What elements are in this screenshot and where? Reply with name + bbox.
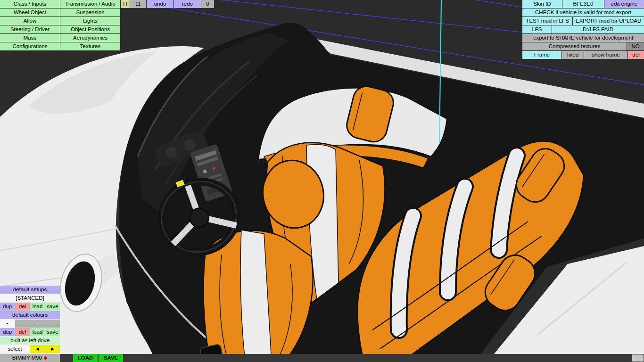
setup-del-button[interactable]: del [15,303,30,311]
export-mod-button[interactable]: EXPORT mod for UPLOAD [573,17,644,25]
mod-export-panel: Skin ID BFE3E0 edit engine CHECK if vehi… [522,0,644,59]
compressed-textures-value[interactable]: NO [627,42,644,50]
h-toggle-button[interactable]: H [121,0,130,8]
edit-engine-button[interactable]: edit engine [604,0,644,8]
menu-class-inputs[interactable]: Class / Inputs [0,0,60,8]
menu-object-positions[interactable]: Object Positions [60,25,120,33]
menu-textures[interactable]: Textures [60,42,120,50]
select-button[interactable]: select [0,345,30,353]
colour-save-button[interactable]: save [45,328,60,336]
prev-arrow-button[interactable]: ◄ [30,345,45,353]
setup-load-button[interactable]: load [30,303,45,311]
lfs-path-value[interactable]: D:/LFS PAID [552,25,644,33]
setups-colours-panel: default setups [STANCED] dup del load sa… [0,286,60,353]
menu-suspension[interactable]: Suspension [60,8,120,16]
history-toolbar: H 11 undo redo 0 [121,0,214,8]
test-mod-button[interactable]: TEST mod in LFS [522,17,572,25]
show-frame-toggle[interactable]: show frame [584,51,627,59]
setup-dup-button[interactable]: dup [0,303,15,311]
colour-dup-button[interactable]: dup [0,328,15,336]
redo-button[interactable]: redo [174,0,201,8]
vehicle-name-button[interactable]: BIMMY M90✱ [0,354,60,362]
vehicle-name-label: BIMMY M90 [12,354,42,362]
menu-lights[interactable]: Lights [60,17,120,25]
skin-id-value[interactable]: BFE3E0 [562,0,604,8]
share-export-button[interactable]: export to SHARE vehicle for development [522,34,644,42]
menu-column-1: Class / Inputs Wheel Object Allow Steeri… [0,0,60,50]
load-vehicle-button[interactable]: LOAD [73,354,98,362]
next-arrow-button[interactable]: ► [45,345,60,353]
frame-button[interactable]: Frame [522,51,561,59]
history-count[interactable]: 11 [130,0,146,8]
colour-name-value[interactable]: - [15,320,60,328]
menu-allow[interactable]: Allow [0,17,60,25]
undo-button[interactable]: undo [147,0,173,8]
statusbar-scrollbar-handle[interactable] [632,354,644,362]
menu-mass[interactable]: Mass [0,34,60,42]
menu-column-2: Transmission / Audio Suspension Lights O… [60,0,120,50]
menu-aerodynamics[interactable]: Aerodynamics [60,34,120,42]
default-setups-button[interactable]: default setups [0,286,60,294]
frame-delete-button[interactable]: del [628,51,644,59]
check-vehicle-button[interactable]: CHECK if vehicle is valid for mod export [522,8,644,16]
colour-del-button[interactable]: del [15,328,30,336]
setup-save-button[interactable]: save [45,303,60,311]
colour-load-button[interactable]: load [30,328,45,336]
compressed-textures-toggle[interactable]: Compressed textures [522,42,627,50]
menu-transmission-audio[interactable]: Transmission / Audio [60,0,120,8]
lfs-vehicle-editor: Class / Inputs Wheel Object Allow Steeri… [0,0,644,362]
redo-count[interactable]: 0 [201,0,214,8]
menu-wheel-object[interactable]: Wheel Object [0,8,60,16]
colour-swatch[interactable]: • [0,320,15,328]
lfs-target-button[interactable]: LFS [522,25,552,33]
skin-id-label[interactable]: Skin ID [522,0,562,8]
default-colours-button[interactable]: default colours [0,311,60,319]
menu-steering-driver[interactable]: Steering / Driver [0,25,60,33]
menu-configurations[interactable]: Configurations [0,42,60,50]
edit-sections-menu: Class / Inputs Wheel Object Allow Steeri… [0,0,120,50]
save-vehicle-button[interactable]: SAVE [99,354,123,362]
setup-name-value[interactable]: [STANCED] [0,294,60,302]
built-drive-toggle[interactable]: built as left drive [0,337,60,345]
modified-indicator: ✱ [43,354,48,362]
frame-fixed-toggle[interactable]: fixed [562,51,584,59]
status-bar: BIMMY M90✱ LOAD SAVE [0,354,644,362]
